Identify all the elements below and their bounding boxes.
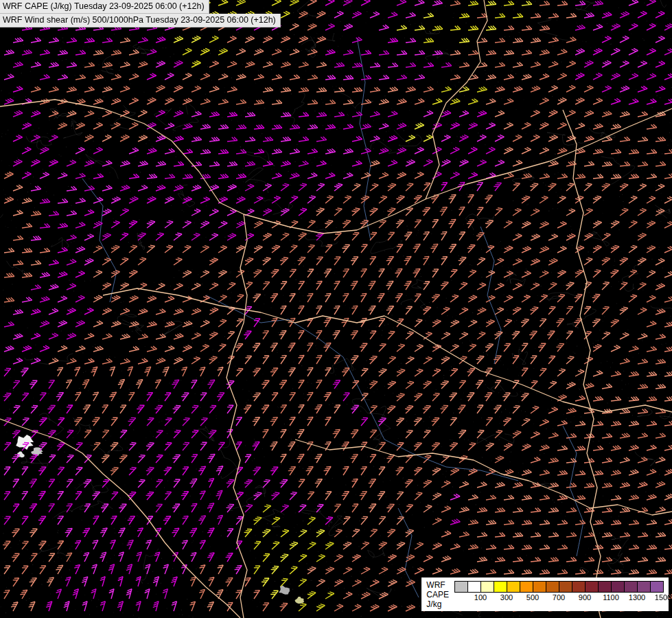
wind-barb-map-canvas [0, 0, 672, 618]
legend-swatch [572, 581, 586, 593]
legend-tick: 1100 [603, 593, 619, 602]
legend-labels: WRF CAPE J/kg [426, 580, 449, 609]
legend-scale: 100300500700900110013001500 [454, 580, 664, 603]
legend-variable-label: CAPE [426, 590, 449, 599]
legend-tick: 1500 [655, 593, 671, 602]
legend-swatch [507, 581, 520, 593]
legend-tick: 900 [579, 593, 591, 602]
cape-color-legend: WRF CAPE J/kg 10030050070090011001300150… [421, 577, 669, 611]
legend-swatch [650, 581, 664, 593]
legend-tick: 700 [553, 593, 565, 602]
legend-swatch [585, 581, 599, 593]
legend-tick: 100 [474, 593, 487, 602]
title-shear-line: WRF Wind shear (m/s) 500/1000hPa Tuesday… [0, 14, 281, 27]
legend-swatch [520, 581, 533, 593]
titlebar: WRF CAPE (J/kg) Tuesday 23-09-2025 06:00… [0, 0, 281, 27]
legend-swatch [598, 581, 612, 593]
legend-tick: 300 [500, 593, 513, 602]
legend-tick: 500 [526, 593, 539, 602]
legend-swatch [611, 581, 625, 593]
legend-color-ramp [454, 581, 664, 593]
wrf-weather-map: WRF CAPE (J/kg) Tuesday 23-09-2025 06:00… [0, 0, 672, 618]
legend-swatch [546, 581, 559, 593]
legend-swatch [454, 581, 468, 593]
legend-swatch [494, 581, 507, 593]
legend-swatch [637, 581, 651, 593]
title-cape-line: WRF CAPE (J/kg) Tuesday 23-09-2025 06:00… [0, 0, 209, 14]
legend-swatch [480, 581, 494, 593]
legend-swatch [467, 581, 481, 593]
legend-swatch [533, 581, 546, 593]
legend-tick-labels: 100300500700900110013001500 [454, 593, 664, 603]
legend-swatch [624, 581, 638, 593]
legend-tick: 1300 [629, 593, 645, 602]
legend-swatch [559, 581, 572, 593]
legend-model-label: WRF [426, 580, 449, 590]
legend-unit-label: J/kg [426, 599, 449, 609]
